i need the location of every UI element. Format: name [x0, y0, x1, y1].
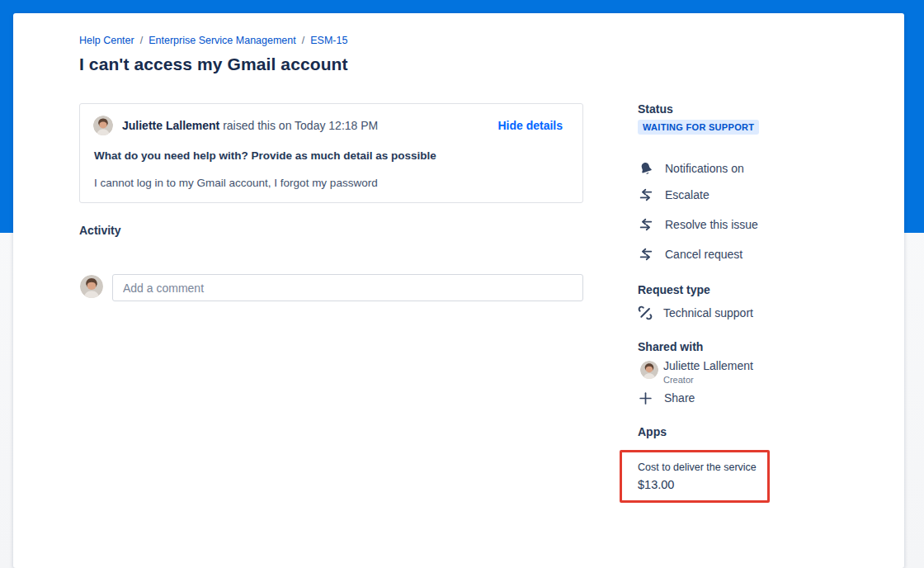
breadcrumb-separator: /: [302, 35, 304, 46]
raised-text: raised this on Today 12:18 PM: [223, 119, 378, 132]
transition-icon: [638, 246, 654, 263]
cancel-request-button[interactable]: Cancel request: [638, 245, 742, 263]
portal-page: Help Center/Enterprise Service Managemen…: [0, 0, 924, 568]
share-button[interactable]: Share: [639, 390, 695, 406]
transition-icon: [638, 216, 654, 233]
tools-icon: [638, 305, 653, 320]
reporter-name: Juliette Lallement: [122, 119, 219, 132]
resolve-issue-label: Resolve this issue: [665, 218, 758, 231]
hide-details-link[interactable]: Hide details: [497, 119, 563, 132]
request-view-card: Help Center/Enterprise Service Managemen…: [13, 13, 904, 568]
cancel-request-label: Cancel request: [665, 248, 742, 261]
escalate-button[interactable]: Escalate: [638, 186, 710, 204]
request-type-row: Technical support: [638, 304, 753, 322]
resolve-issue-button[interactable]: Resolve this issue: [638, 215, 758, 234]
breadcrumb-separator: /: [140, 35, 143, 46]
reporter-line: Juliette Lallement raised this on Today …: [122, 119, 378, 132]
shared-with-heading: Shared with: [638, 340, 703, 353]
request-type-value: Technical support: [663, 306, 753, 320]
status-badge: WAITING FOR SUPPORT: [638, 120, 759, 135]
plus-icon: [639, 391, 653, 405]
shared-person-avatar: [640, 361, 658, 379]
request-details-card: Juliette Lallement raised this on Today …: [79, 103, 583, 203]
apps-heading: Apps: [638, 425, 667, 438]
app-field-label: Cost to deliver the service: [638, 462, 757, 473]
notifications-label: Notifications on: [665, 162, 744, 175]
breadcrumb-issue-key[interactable]: ESM-15: [310, 35, 347, 46]
breadcrumb-help-center[interactable]: Help Center: [79, 35, 134, 46]
add-comment-input[interactable]: [112, 274, 583, 301]
notifications-toggle[interactable]: Notifications on: [638, 159, 744, 178]
status-heading: Status: [638, 102, 673, 116]
share-label: Share: [664, 391, 695, 405]
bell-icon: [638, 160, 654, 177]
activity-heading: Activity: [79, 224, 121, 237]
current-user-avatar: [80, 275, 103, 298]
request-question-label: What do you need help with? Provide as m…: [94, 149, 436, 162]
breadcrumb: Help Center/Enterprise Service Managemen…: [79, 35, 347, 46]
app-field-value: $13.00: [638, 478, 674, 491]
annotation-rect: Cost to deliver the service $13.00: [620, 450, 770, 503]
page-title: I can't access my Gmail account: [79, 54, 348, 74]
shared-person-role: Creator: [663, 375, 694, 385]
transition-icon: [638, 187, 654, 203]
shared-person-name: Juliette Lallement: [663, 359, 753, 372]
reporter-avatar: [93, 116, 113, 135]
request-type-heading: Request type: [638, 283, 710, 296]
breadcrumb-project[interactable]: Enterprise Service Management: [148, 35, 296, 46]
escalate-label: Escalate: [665, 188, 710, 201]
request-answer-text: I cannot log in to my Gmail account, I f…: [94, 177, 378, 189]
request-details-header: Juliette Lallement raised this on Today …: [93, 116, 563, 135]
